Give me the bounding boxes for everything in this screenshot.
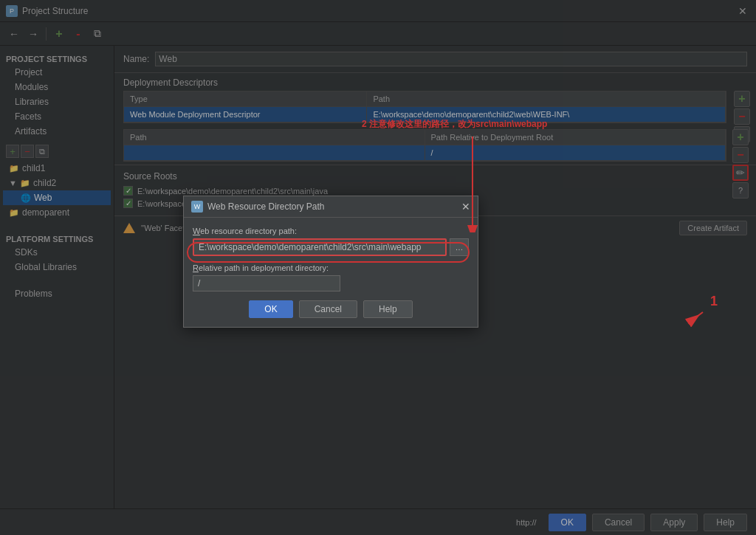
sidebar-item-sdks[interactable]: SDKs [0, 245, 114, 260]
sidebar-item-problems[interactable]: Problems [0, 286, 114, 301]
web-roots-side-buttons: + − ✏ ? [732, 129, 749, 199]
sidebar-item-label: Problems [15, 289, 52, 299]
name-input[interactable]: Web [155, 52, 747, 66]
web-roots-table: Path Path Relative to Deployment Root / [123, 129, 726, 162]
relative-input-row [193, 275, 469, 291]
folder-icon: 📁 [20, 179, 30, 188]
sidebar-item-project[interactable]: Project [0, 65, 114, 80]
tree-copy-button[interactable]: ⧉ [35, 145, 49, 158]
remove-descriptor-button[interactable]: − [734, 108, 750, 125]
remove-button[interactable]: - [70, 26, 86, 42]
title-bar: P Project Structure ✕ [0, 0, 756, 22]
web-roots-table-wrapper: Path Path Relative to Deployment Root / [123, 129, 726, 162]
modal-body: Web resource directory path: … Relative … [184, 218, 478, 327]
name-label: Name: [123, 54, 149, 64]
sidebar-item-libraries[interactable]: Libraries [0, 94, 114, 109]
create-artifact-button[interactable]: Create Artifact [679, 221, 747, 235]
modal-ok-button[interactable]: OK [249, 300, 292, 318]
name-row: Name: Web [114, 46, 756, 73]
sidebar-item-label: Project [15, 67, 42, 77]
edit-web-root-button[interactable]: ✏ [732, 165, 749, 181]
tree-toolbar: + − ⧉ [3, 145, 111, 158]
add-button[interactable]: + [51, 26, 67, 42]
main-toolbar: ← → + - ⧉ [0, 22, 756, 46]
path-column-header: Path [367, 92, 726, 106]
deployment-descriptors-label: Deployment Descriptors [114, 73, 756, 91]
platform-settings-section: PLATFORM SETTINGS SDKs Global Libraries [0, 232, 114, 275]
window-icon: P [6, 5, 18, 17]
bottom-status: http:// [9, 518, 543, 527]
problems-section: Problems [0, 286, 114, 301]
source-root-checkbox-1[interactable] [123, 186, 133, 196]
source-root-path-1: E:\workspace\demo\demoparent\child2\src\… [137, 187, 328, 196]
tree-item-label: child1 [22, 163, 45, 173]
type-cell: Web Module Deployment Descriptor [124, 107, 367, 122]
deployment-descriptors-table: Type Path Web Module Deployment Descript… [123, 91, 726, 123]
tree-add-button[interactable]: + [6, 145, 19, 158]
module-tree: + − ⧉ 📁 child1 ▼ 📁 child2 🌐 Web [0, 145, 114, 220]
tree-item-child1[interactable]: 📁 child1 [3, 161, 111, 176]
modal-help-button[interactable]: Help [363, 300, 413, 318]
back-button[interactable]: ← [6, 26, 22, 42]
toolbar-separator [46, 27, 47, 41]
project-settings-label: PROJECT SETTINGS [0, 52, 114, 65]
web-resource-directory-dialog: W Web Resource Directory Path ✕ Web reso… [183, 196, 478, 328]
add-descriptor-button[interactable]: + [734, 91, 750, 107]
web-roots-header: Path Path Relative to Deployment Root [124, 130, 726, 145]
close-button[interactable]: ✕ [735, 5, 750, 17]
remove-web-root-button[interactable]: − [732, 147, 749, 163]
tree-item-label: Web [34, 193, 52, 203]
tree-item-demoparent[interactable]: 📁 demoparent [3, 205, 111, 220]
project-settings-section: PROJECT SETTINGS Project Modules Librari… [0, 52, 114, 139]
table-header: Type Path [124, 92, 726, 107]
help-button[interactable]: Help [704, 514, 747, 531]
type-column-header: Type [124, 92, 367, 106]
sidebar-item-label: Modules [15, 82, 48, 92]
help-web-root-button[interactable]: ? [732, 182, 749, 199]
path-input-row: … [193, 238, 469, 256]
modal-title-bar: W Web Resource Directory Path ✕ [184, 196, 478, 218]
apply-button[interactable]: Apply [650, 514, 698, 531]
sidebar-item-label: SDKs [15, 247, 38, 258]
path-input[interactable] [193, 238, 447, 256]
ok-button[interactable]: OK [549, 514, 586, 531]
window-title: Project Structure [22, 6, 735, 16]
forward-button[interactable]: → [25, 26, 41, 42]
modal-close-button[interactable]: ✕ [461, 201, 470, 213]
sidebar-item-global-libraries[interactable]: Global Libraries [0, 260, 114, 275]
sidebar-item-facets[interactable]: Facets [0, 109, 114, 124]
tree-item-child2[interactable]: ▼ 📁 child2 [3, 176, 111, 190]
sidebar-item-label: Global Libraries [15, 262, 77, 272]
path-field-label: Web resource directory path: [193, 227, 469, 235]
browse-button[interactable]: … [450, 238, 469, 256]
tree-item-web[interactable]: 🌐 Web [3, 190, 111, 205]
web-roots-relative-header: Path Relative to Deployment Root [425, 130, 726, 145]
cancel-button[interactable]: Cancel [592, 514, 645, 531]
sidebar-item-artifacts[interactable]: Artifacts [0, 124, 114, 139]
web-roots-row[interactable]: / [124, 145, 726, 161]
copy-button[interactable]: ⧉ [89, 26, 106, 42]
source-root-checkbox-2[interactable] [123, 199, 133, 208]
tree-remove-button[interactable]: − [21, 145, 34, 158]
deployment-descriptors-table-wrapper: Type Path Web Module Deployment Descript… [123, 91, 726, 123]
sidebar-item-label: Facets [15, 111, 41, 122]
sidebar-item-label: Libraries [15, 97, 49, 107]
web-roots-path-cell [124, 145, 425, 160]
sidebar-item-modules[interactable]: Modules [0, 80, 114, 94]
sidebar-item-label: Artifacts [15, 126, 47, 137]
chevron-down-icon: ▼ [9, 179, 17, 187]
table-row[interactable]: Web Module Deployment Descriptor E:\work… [124, 107, 726, 122]
path-cell: E:\workspace\demo\demoparent\child2\web\… [367, 107, 726, 122]
platform-settings-label: PLATFORM SETTINGS [0, 232, 114, 245]
modal-cancel-button[interactable]: Cancel [299, 300, 357, 318]
source-roots-label: Source Roots [123, 171, 747, 182]
warning-icon [123, 223, 135, 233]
relative-path-input[interactable] [193, 275, 340, 291]
relative-field-label: Relative path in deployment directory: [193, 263, 469, 272]
deployment-descriptors-section: Type Path Web Module Deployment Descript… [114, 91, 756, 129]
add-web-root-button[interactable]: + [732, 129, 749, 145]
web-icon: 🌐 [21, 193, 31, 203]
modal-button-row: OK Cancel Help [193, 300, 469, 318]
web-roots-relative-cell: / [425, 145, 726, 160]
folder-icon: 📁 [9, 164, 19, 173]
